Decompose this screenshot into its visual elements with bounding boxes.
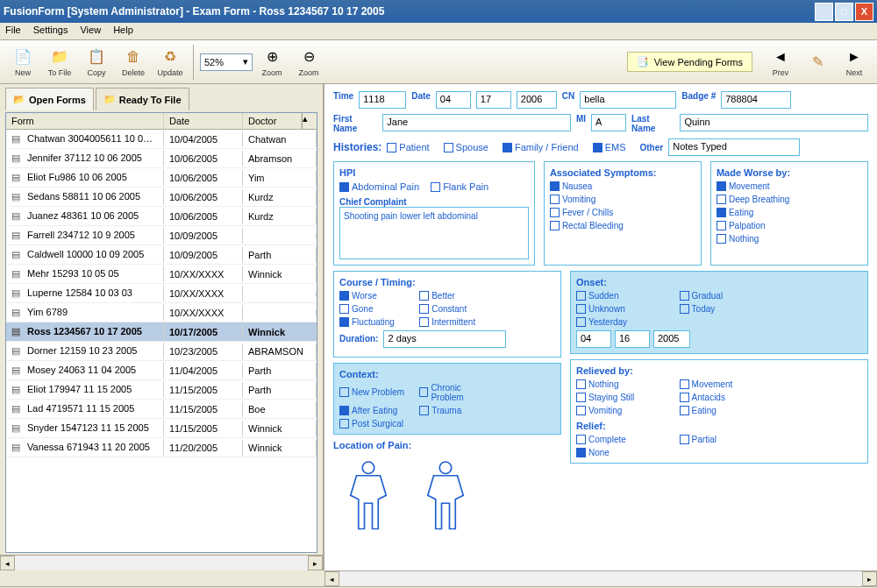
minimize-button[interactable]: _ <box>815 3 833 21</box>
checkbox-nausea[interactable]: Nausea <box>550 181 695 191</box>
form-pane[interactable]: Time 1118 Date 04 17 2006 CN bella Badge… <box>324 84 877 570</box>
col-doctor[interactable]: Doctor <box>243 113 302 129</box>
table-row[interactable]: ▤Dorner 12159 10 23 200510/23/2005ABRAMS… <box>6 342 317 361</box>
edit-button[interactable]: ✎ <box>800 43 835 81</box>
checkbox-complete[interactable]: Complete <box>576 435 671 444</box>
table-row[interactable]: ▤Lad 4719571 11 15 200511/15/2005Boe <box>6 400 317 419</box>
checkbox-constant[interactable]: Constant <box>419 304 490 314</box>
checkbox-fluctuating[interactable]: Fluctuating <box>339 317 410 327</box>
next-button[interactable]: ►Next <box>837 43 872 81</box>
maximize-button[interactable]: □ <box>835 3 853 21</box>
lastname-input[interactable]: Quinn <box>680 114 868 131</box>
mi-input[interactable]: A <box>591 114 626 131</box>
history-other-input[interactable]: Notes Typed <box>668 138 800 156</box>
scroll-left-arrow[interactable]: ◂ <box>0 556 15 570</box>
right-h-scrollbar[interactable]: ◂ ▸ <box>324 570 877 586</box>
checkbox-rectal-bleeding[interactable]: Rectal Bleeding <box>550 221 695 230</box>
checkbox-today[interactable]: Today <box>680 304 774 314</box>
table-row[interactable]: ▤Juanez 48361 10 06 200510/06/2005Kurdz <box>6 207 317 226</box>
checkbox-worse[interactable]: Worse <box>339 291 410 301</box>
table-row[interactable]: ▤Farrell 234712 10 9 200510/09/2005 <box>6 226 317 245</box>
checkbox-antacids[interactable]: Antacids <box>680 393 774 402</box>
table-row[interactable]: ▤Mosey 24063 11 04 200511/04/2005Parth <box>6 361 317 380</box>
checkbox-none[interactable]: None <box>576 448 671 457</box>
onset-day[interactable]: 16 <box>615 330 650 348</box>
duration-input[interactable]: 2 days <box>383 330 506 348</box>
menu-file[interactable]: File <box>5 25 21 38</box>
menu-help[interactable]: Help <box>113 25 133 38</box>
checkbox-nothing[interactable]: Nothing <box>576 379 671 389</box>
table-row[interactable]: ▤Vanessa 671943 11 20 200511/20/2005Winn… <box>6 438 317 457</box>
menu-view[interactable]: View <box>80 25 101 38</box>
scroll-right-arrow[interactable]: ▸ <box>308 556 323 570</box>
hpi-abdominal[interactable]: Abdominal Pain <box>339 181 419 192</box>
tab-open-forms[interactable]: 📂Open Forms <box>5 88 94 110</box>
cn-input[interactable]: bella <box>580 91 676 109</box>
checkbox-deep-breathing[interactable]: Deep Breathing <box>717 195 862 204</box>
checkbox-unknown[interactable]: Unknown <box>576 304 671 314</box>
table-row[interactable]: ▤Mehr 15293 10 05 0510/XX/XXXXWinnick <box>6 265 317 284</box>
zoom-out-button[interactable]: ⊖Zoom <box>291 43 326 81</box>
badge-input[interactable]: 788804 <box>721 91 791 109</box>
scroll-up-arrow[interactable]: ▴ <box>302 113 317 129</box>
checkbox-movement[interactable]: Movement <box>717 181 862 191</box>
scroll-right-arrow[interactable]: ▸ <box>862 571 877 586</box>
table-row[interactable]: ▤Eliot 179947 11 15 200511/15/2005Parth <box>6 380 317 400</box>
table-row[interactable]: ▤Sedans 58811 10 06 200510/06/2005Kurdz <box>6 188 317 207</box>
tab-ready-to-file[interactable]: 📁Ready To File <box>96 88 189 110</box>
checkbox-new-problem[interactable]: New Problem <box>339 383 410 402</box>
checkbox-vomiting[interactable]: Vomiting <box>550 195 695 204</box>
checkbox-fever-chills[interactable]: Fever / Chills <box>550 208 695 217</box>
checkbox-better[interactable]: Better <box>419 291 490 301</box>
table-row[interactable]: ▤Ross 1234567 10 17 200510/17/2005Winnic… <box>6 322 317 342</box>
scroll-track[interactable] <box>339 571 862 586</box>
zoom-select[interactable]: 52%▾ <box>200 53 253 71</box>
checkbox-movement[interactable]: Movement <box>680 379 774 389</box>
checkbox-yesterday[interactable]: Yesterday <box>576 317 671 327</box>
table-row[interactable]: ▤Caldwell 10000 10 09 200510/09/2005Part… <box>6 245 317 265</box>
table-row[interactable]: ▤Jennifer 37112 10 06 200510/06/2005Abra… <box>6 149 317 168</box>
checkbox-gradual[interactable]: Gradual <box>680 291 774 301</box>
onset-year[interactable]: 2005 <box>653 330 690 348</box>
date-day-input[interactable]: 17 <box>476 91 511 109</box>
zoom-in-button[interactable]: ⊕Zoom <box>254 43 289 81</box>
checkbox-palpation[interactable]: Palpation <box>717 221 862 230</box>
checkbox-eating[interactable]: Eating <box>717 208 862 217</box>
history-family[interactable]: Family / Friend <box>503 142 579 152</box>
date-month-input[interactable]: 04 <box>436 91 471 109</box>
checkbox-nothing[interactable]: Nothing <box>717 234 862 244</box>
update-button[interactable]: ♻Update <box>153 43 188 81</box>
checkbox-gone[interactable]: Gone <box>339 304 410 314</box>
scroll-left-arrow[interactable]: ◂ <box>324 571 339 586</box>
checkbox-vomiting[interactable]: Vomiting <box>576 406 671 415</box>
history-spouse[interactable]: Spouse <box>444 142 488 152</box>
checkbox-chronic-problem[interactable]: Chronic Problem <box>419 383 490 402</box>
close-button[interactable]: X <box>855 3 873 21</box>
grid-body[interactable]: ▤Chatwan 3004005611 10 0…10/04/2005Chatw… <box>6 130 317 552</box>
body-diagram[interactable] <box>333 454 561 533</box>
tofile-button[interactable]: 📁To File <box>42 43 77 81</box>
history-ems[interactable]: EMS <box>593 142 626 152</box>
history-patient[interactable]: Patient <box>387 142 429 152</box>
delete-button[interactable]: 🗑Delete <box>116 43 151 81</box>
checkbox-post-surgical[interactable]: Post Surgical <box>339 419 410 429</box>
menu-settings[interactable]: Settings <box>33 25 68 38</box>
new-button[interactable]: 📄New <box>5 43 40 81</box>
copy-button[interactable]: 📋Copy <box>79 43 114 81</box>
col-date[interactable]: Date <box>164 113 243 129</box>
table-row[interactable]: ▤Snyder 1547123 11 15 200511/15/2005Winn… <box>6 419 317 438</box>
onset-month[interactable]: 04 <box>576 330 611 348</box>
checkbox-trauma[interactable]: Trauma <box>419 406 490 415</box>
date-year-input[interactable]: 2006 <box>517 91 557 109</box>
prev-button[interactable]: ◄Prev <box>763 43 798 81</box>
firstname-input[interactable]: Jane <box>382 114 571 131</box>
table-row[interactable]: ▤Eliot Fu986 10 06 200510/06/2005Yim <box>6 168 317 188</box>
checkbox-eating[interactable]: Eating <box>680 406 774 415</box>
checkbox-after-eating[interactable]: After Eating <box>339 406 410 415</box>
h-scrollbar[interactable]: ◂ ▸ <box>0 555 323 570</box>
checkbox-sudden[interactable]: Sudden <box>576 291 671 301</box>
table-row[interactable]: ▤Chatwan 3004005611 10 0…10/04/2005Chatw… <box>6 130 317 149</box>
checkbox-intermittent[interactable]: Intermittent <box>419 317 490 327</box>
table-row[interactable]: ▤Luperne 12584 10 03 0310/XX/XXXX <box>6 284 317 303</box>
hpi-flank[interactable]: Flank Pain <box>431 181 488 192</box>
